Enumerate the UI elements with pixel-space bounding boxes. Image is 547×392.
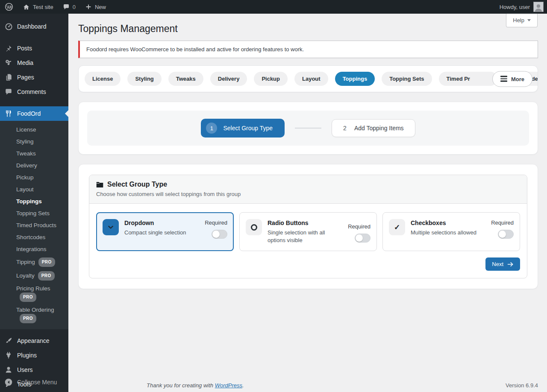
- tab-topping-sets[interactable]: Topping Sets: [382, 72, 432, 86]
- main-content: Help Toppings Management Foodord require…: [68, 14, 547, 392]
- footer-version: Version 6.9.4: [506, 382, 538, 389]
- sidebar-item-label: FoodOrd: [17, 110, 41, 117]
- help-label: Help: [513, 17, 524, 23]
- collapse-arrow-icon: [4, 378, 13, 386]
- stepper-card: 1 Select Group Type 2 Add Topping Items: [78, 102, 538, 155]
- comments-count: 0: [73, 4, 76, 10]
- step-select-group-type[interactable]: 1 Select Group Type: [201, 119, 285, 137]
- sidebar-item-comments[interactable]: Comments: [0, 85, 68, 99]
- site-name-label: Test site: [33, 4, 53, 10]
- submenu-item-license[interactable]: License: [0, 124, 68, 136]
- hamburger-icon: [500, 76, 507, 82]
- sidebar-item-label: Pages: [17, 74, 34, 81]
- avatar[interactable]: [533, 2, 544, 12]
- sidebar-item-label: Comments: [17, 88, 46, 95]
- required-toggle[interactable]: [212, 230, 227, 239]
- sidebar-item-foodord[interactable]: FoodOrd: [0, 106, 68, 121]
- group-type-subtitle: Choose how customers will select topping…: [96, 191, 520, 197]
- tab-styling[interactable]: Styling: [127, 72, 161, 86]
- pages-icon: [4, 73, 13, 82]
- more-tabs-button[interactable]: More: [492, 71, 532, 87]
- brush-icon: [4, 336, 13, 345]
- step-label: Select Group Type: [223, 125, 273, 132]
- submenu-item-delivery[interactable]: Delivery: [0, 160, 68, 172]
- submenu-item-table-ordering[interactable]: Table OrderingPRO: [0, 304, 68, 325]
- step-number-badge: 1: [206, 123, 217, 134]
- submenu-item-toppings[interactable]: Toppings: [0, 196, 68, 208]
- plus-icon: [85, 3, 92, 10]
- help-button[interactable]: Help: [506, 14, 538, 27]
- option-card-dropdown[interactable]: Dropdown Compact single selection Requir…: [96, 212, 234, 251]
- arrow-right-icon: [507, 262, 514, 267]
- footer-thanks: Thank you for creating with WordPress.: [147, 382, 244, 389]
- sidebar-item-appearance[interactable]: Appearance: [0, 333, 68, 348]
- sidebar-item-pages[interactable]: Pages: [0, 70, 68, 85]
- pro-badge: PRO: [20, 314, 36, 323]
- admin-bar-site-name[interactable]: Test site: [18, 0, 58, 14]
- next-label: Next: [492, 261, 503, 267]
- admin-bar-new[interactable]: New: [80, 0, 111, 14]
- pro-badge: PRO: [38, 257, 55, 267]
- submenu-item-pricing-rules[interactable]: Pricing RulesPRO: [0, 283, 68, 304]
- sidebar-item-posts[interactable]: Posts: [0, 41, 68, 56]
- submenu-item-tipping[interactable]: TippingPRO: [0, 255, 68, 269]
- group-type-header: Select Group Type Choose how customers w…: [89, 175, 527, 204]
- new-label: New: [95, 4, 106, 10]
- step-label: Add Topping Items: [354, 125, 404, 132]
- cutlery-icon: [4, 109, 13, 118]
- howdy-label[interactable]: Howdy, user: [500, 4, 530, 10]
- required-toggle[interactable]: [498, 230, 514, 239]
- more-label: More: [511, 76, 524, 82]
- group-type-title: Select Group Type: [107, 181, 167, 188]
- folder-icon: [96, 181, 103, 188]
- plug-icon: [4, 351, 13, 360]
- notice-text: Foodord requires WooCommerce to be insta…: [86, 46, 304, 53]
- tab-tweaks[interactable]: Tweaks: [168, 72, 203, 86]
- tabs-bar: License Styling Tweaks Delivery Pickup L…: [78, 65, 538, 92]
- pro-badge: PRO: [20, 293, 36, 302]
- sidebar-item-plugins[interactable]: Plugins: [0, 348, 68, 363]
- sidebar-item-label: Users: [17, 366, 33, 373]
- option-card-checkboxes[interactable]: ✓ Checkboxes Multiple selections allowed…: [382, 212, 520, 251]
- option-description: Multiple selections allowed: [411, 229, 485, 237]
- tab-layout[interactable]: Layout: [294, 72, 328, 86]
- option-card-radio-buttons[interactable]: Radio Buttons Single selection with all …: [239, 212, 377, 251]
- group-type-card: Select Group Type Choose how customers w…: [78, 164, 538, 289]
- sidebar-item-label: Appearance: [17, 337, 50, 344]
- media-icon: [4, 59, 13, 67]
- checkmark-icon: ✓: [389, 219, 405, 235]
- admin-bar-comments[interactable]: 0: [58, 0, 80, 14]
- wordpress-link[interactable]: WordPress: [215, 382, 242, 389]
- tab-delivery[interactable]: Delivery: [210, 72, 247, 86]
- submenu-item-layout[interactable]: Layout: [0, 184, 68, 196]
- submenu-item-tweaks[interactable]: Tweaks: [0, 148, 68, 160]
- sidebar: Dashboard Posts Media Pages Comments Foo…: [0, 14, 68, 392]
- submenu-item-loyalty[interactable]: LoyaltyPRO: [0, 269, 68, 283]
- radio-icon: [246, 219, 262, 235]
- submenu-item-timed-products[interactable]: Timed Products: [0, 219, 68, 231]
- submenu-item-pickup[interactable]: Pickup: [0, 172, 68, 184]
- option-title: Dropdown: [124, 219, 154, 226]
- wordpress-logo-menu[interactable]: [0, 0, 18, 14]
- tab-license[interactable]: License: [85, 72, 121, 86]
- sidebar-item-dashboard[interactable]: Dashboard: [0, 19, 68, 34]
- next-button[interactable]: Next: [485, 257, 520, 271]
- submenu-item-shortcodes[interactable]: Shortcodes: [0, 231, 68, 243]
- tab-toppings[interactable]: Toppings: [335, 72, 375, 86]
- comment-bubble-icon: [63, 3, 70, 10]
- submenu-item-integrations[interactable]: Integrations: [0, 243, 68, 255]
- option-description: Single selection with all options visibl…: [268, 229, 342, 244]
- collapse-menu-button[interactable]: Collapse Menu: [0, 375, 68, 389]
- foodord-submenu: License Styling Tweaks Delivery Pickup L…: [0, 121, 68, 329]
- submenu-item-styling[interactable]: Styling: [0, 136, 68, 148]
- home-icon: [23, 3, 30, 11]
- sidebar-item-media[interactable]: Media: [0, 56, 68, 70]
- collapse-menu-label: Collapse Menu: [17, 379, 57, 386]
- tab-pickup[interactable]: Pickup: [254, 72, 288, 86]
- submenu-item-topping-sets[interactable]: Topping Sets: [0, 208, 68, 219]
- required-toggle[interactable]: [355, 234, 371, 243]
- wordpress-logo-icon: [5, 3, 13, 11]
- required-label: Required: [491, 219, 514, 226]
- admin-footer: Thank you for creating with WordPress. V…: [147, 382, 538, 389]
- step-add-topping-items[interactable]: 2 Add Topping Items: [332, 119, 415, 137]
